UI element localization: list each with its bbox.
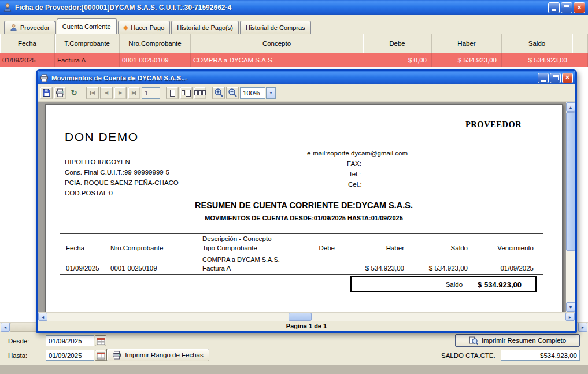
- save-button[interactable]: [40, 87, 53, 99]
- arrow-first-icon: ◀: [91, 90, 95, 95]
- close-button[interactable]: ×: [574, 2, 585, 13]
- scroll-down-button[interactable]: ▼: [566, 302, 575, 312]
- preview-horizontal-scrollbar[interactable]: ◄ ►: [38, 312, 575, 321]
- payment-diamond-icon: ◆: [124, 24, 128, 31]
- document-page: PROVEEDOR DON DEMO HIPOLITO IRIGOYEN Con…: [45, 104, 563, 312]
- doc-header-nrocomprobante: Nro.Comprobante: [110, 245, 163, 251]
- minimize-button[interactable]: [548, 2, 560, 13]
- doc-title: RESUMEN DE CUENTA CORRIENTE DE:DYCAM S.A…: [46, 201, 562, 210]
- doc-address-line: HIPOLITO IRIGOYEN: [65, 157, 179, 167]
- preview-window: Movimientos de Cuenta de DYCAM S.A.S..- …: [36, 69, 577, 333]
- preview-statusbar: Pagina 1 de 1: [38, 321, 575, 331]
- preview-close-button[interactable]: ×: [562, 73, 573, 83]
- tab-historial-compras[interactable]: Historial de Compras: [240, 21, 311, 34]
- tab-label: Cuenta Corriente: [62, 23, 111, 30]
- page-number-input[interactable]: [142, 87, 160, 99]
- preview-window-controls: ×: [538, 73, 573, 83]
- close-icon: ×: [565, 73, 569, 82]
- previous-page-button[interactable]: ◀: [100, 87, 113, 99]
- preview-scroll-right-button[interactable]: ►: [565, 313, 575, 321]
- doc-header-saldo: Saldo: [410, 245, 468, 251]
- screen: Ficha de Proveedor:[000001]DYCAM S.A.S. …: [0, 0, 588, 374]
- tab-cuenta-corriente[interactable]: Cuenta Corriente: [57, 18, 117, 34]
- doc-header-fecha: Fecha: [66, 245, 84, 251]
- zoom-dropdown-button[interactable]: ▼: [266, 87, 276, 99]
- cell-concepto: COMPRA a DYCAM S.A.S.: [191, 53, 363, 67]
- page-status-text: Pagina 1 de 1: [286, 323, 327, 329]
- tab-historial-pagos[interactable]: Historial de Pago(s): [171, 21, 239, 34]
- column-header-haber[interactable]: Haber: [432, 34, 502, 53]
- doc-header-haber: Haber: [346, 245, 404, 251]
- single-page-view-button[interactable]: [166, 87, 179, 99]
- imprimir-resumen-button[interactable]: Imprimir Resumen Completo: [455, 334, 580, 347]
- tab-proveedor[interactable]: Proveedor: [4, 21, 56, 34]
- tab-label: Proveedor: [20, 24, 50, 31]
- desde-calendar-button[interactable]: [95, 335, 106, 346]
- two-page-view-button[interactable]: [180, 87, 193, 99]
- cell-tipo: Factura A: [55, 53, 120, 67]
- preview-vertical-scrollbar[interactable]: ▲ ▼: [566, 102, 575, 312]
- minimize-icon: [552, 9, 556, 11]
- doc-row-haber: $ 534.923,00: [346, 265, 404, 272]
- preview-toolbar: ↻ ◀ ◀ ▶ ▶: [38, 84, 575, 102]
- desde-input[interactable]: [46, 335, 94, 346]
- maximize-icon: [553, 75, 559, 80]
- arrow-next-icon: ▶: [119, 90, 122, 95]
- zoom-out-button[interactable]: [226, 87, 239, 99]
- preview-window-title: Movimientos de Cuenta de DYCAM S.A.S..-: [51, 75, 535, 82]
- scroll-right-icon: ►: [568, 315, 572, 319]
- zoom-in-icon: [214, 88, 224, 98]
- doc-header-debe: Debe: [283, 245, 335, 251]
- refresh-button[interactable]: ↻: [68, 87, 80, 99]
- preview-scroll-left-button[interactable]: ◄: [38, 313, 47, 321]
- scroll-left-button[interactable]: ◄: [1, 323, 10, 332]
- print-button[interactable]: [54, 87, 66, 99]
- scroll-down-icon: ▼: [569, 305, 573, 309]
- scroll-right-button[interactable]: ►: [578, 323, 587, 332]
- grid-header: Fecha T.Comprobante Nro.Comprobante Conc…: [0, 34, 588, 53]
- horizontal-scrollbar-thumb[interactable]: [289, 313, 312, 321]
- multi-page-view-button[interactable]: [194, 87, 206, 99]
- preview-canvas: PROVEEDOR DON DEMO HIPOLITO IRIGOYEN Con…: [38, 102, 575, 312]
- preview-titlebar[interactable]: Movimientos de Cuenta de DYCAM S.A.S..- …: [38, 71, 575, 84]
- tab-hacer-pago[interactable]: ◆ Hacer Pago: [118, 21, 171, 34]
- column-header-nrocomprobante[interactable]: Nro.Comprobante: [120, 34, 191, 53]
- cell-saldo: $ 534.923,00: [502, 53, 572, 67]
- imprimir-rango-button[interactable]: Imprimir Rango de Fechas: [106, 349, 209, 361]
- doc-row-saldo: $ 534.923,00: [410, 265, 468, 272]
- maximize-button[interactable]: [561, 2, 572, 13]
- scroll-up-button[interactable]: ▲: [566, 102, 575, 112]
- column-header-debe[interactable]: Debe: [363, 34, 432, 53]
- last-page-button[interactable]: ▶: [128, 87, 140, 99]
- doc-row-numero: 0001-00250109: [110, 265, 157, 272]
- column-header-concepto[interactable]: Concepto: [191, 34, 363, 53]
- hasta-input[interactable]: [46, 350, 94, 361]
- hasta-calendar-button[interactable]: [95, 350, 106, 361]
- column-header-extra: [572, 34, 588, 53]
- doc-header-descripcion: Descripción - Concepto: [202, 235, 272, 242]
- print-preview-icon: [469, 336, 478, 345]
- saldo-cta-label: SALDO CTA.CTE.: [441, 352, 495, 359]
- cell-debe: $ 0,00: [363, 53, 432, 67]
- zoom-in-button[interactable]: [212, 87, 225, 99]
- column-header-saldo[interactable]: Saldo: [502, 34, 572, 53]
- next-page-button[interactable]: ▶: [114, 87, 127, 99]
- first-page-button[interactable]: ◀: [86, 87, 99, 99]
- doc-corner-label: PROVEEDOR: [465, 120, 522, 129]
- column-header-fecha[interactable]: Fecha: [0, 34, 55, 53]
- table-row[interactable]: 01/09/2025 Factura A 0001-00250109 COMPR…: [0, 53, 588, 67]
- tab-label: Historial de Compras: [246, 24, 305, 31]
- preview-minimize-button[interactable]: [538, 73, 549, 83]
- zoom-level-input[interactable]: [240, 87, 265, 99]
- refresh-icon: ↻: [71, 88, 77, 97]
- column-header-tcomprobante[interactable]: T.Comprobante: [55, 34, 120, 53]
- main-titlebar[interactable]: Ficha de Proveedor:[000001]DYCAM S.A.S. …: [0, 0, 588, 15]
- doc-subtitle: MOVIMIENTOS DE CUENTA DESDE:01/09/2025 H…: [46, 214, 562, 221]
- main-window-title: Ficha de Proveedor:[000001]DYCAM S.A.S. …: [15, 3, 545, 12]
- doc-rule-top: [60, 233, 543, 234]
- vertical-scrollbar-thumb[interactable]: [566, 112, 575, 251]
- scroll-left-icon: ◄: [3, 325, 8, 329]
- preview-maximize-button[interactable]: [550, 73, 561, 83]
- saldo-cta-field[interactable]: [501, 350, 580, 361]
- cell-extra: [572, 53, 588, 67]
